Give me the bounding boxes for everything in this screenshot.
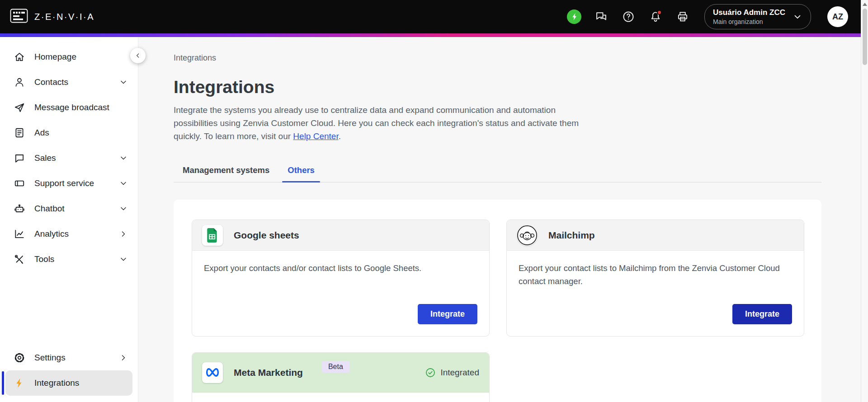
sidebar-item-label: Sales bbox=[34, 153, 56, 163]
card-footer: Integrate bbox=[507, 304, 804, 336]
person-icon bbox=[14, 76, 25, 88]
sidebar-item-tools[interactable]: Tools bbox=[5, 247, 132, 272]
card-google-sheets: Google sheets Export your contacts and/o… bbox=[192, 220, 490, 337]
sidebar-item-label: Contacts bbox=[34, 77, 68, 87]
chevron-right-icon bbox=[119, 353, 128, 362]
paper-plane-icon bbox=[14, 102, 25, 113]
notifications-button[interactable] bbox=[646, 8, 665, 26]
sidebar-item-contacts[interactable]: Contacts bbox=[5, 70, 132, 95]
integrate-mailchimp-button[interactable]: Integrate bbox=[732, 304, 792, 324]
card-title: Meta Marketing bbox=[234, 367, 303, 378]
sidebar-item-label: Chatbot bbox=[34, 204, 65, 214]
sidebar-item-label: Integrations bbox=[34, 378, 79, 388]
line-chart-icon bbox=[14, 228, 25, 240]
card-header: Mailchimp bbox=[507, 220, 804, 251]
help-center-link[interactable]: Help Center bbox=[293, 131, 338, 141]
tools-icon bbox=[14, 253, 25, 265]
status-lightning-icon bbox=[567, 9, 581, 24]
organization-text: Usuário Admin ZCC Main organization bbox=[713, 8, 785, 25]
sidebar-item-sales[interactable]: Sales bbox=[5, 145, 132, 171]
cards-grid: Google sheets Export your contacts and/o… bbox=[192, 220, 803, 402]
sidebar-item-label: Support service bbox=[34, 178, 94, 188]
printer-icon bbox=[676, 10, 689, 23]
brand-wordmark: Z·E·N·V·I·A bbox=[34, 12, 94, 22]
lightning-icon bbox=[14, 377, 25, 389]
integrations-panel: Google sheets Export your contacts and/o… bbox=[174, 200, 821, 402]
integration-status: Integrated bbox=[425, 367, 479, 378]
card-mailchimp: Mailchimp Export your contact lists to M… bbox=[506, 220, 804, 337]
sidebar-item-label: Analytics bbox=[34, 229, 69, 239]
sidebar-collapse-button[interactable] bbox=[130, 48, 146, 63]
sidebar-item-homepage[interactable]: Homepage bbox=[5, 44, 132, 70]
sidebar-bottom-group: Settings Integrations bbox=[5, 345, 132, 396]
tab-bar: Management systems Others bbox=[174, 165, 821, 182]
card-title: Google sheets bbox=[234, 230, 299, 241]
sidebar-item-integrations[interactable]: Integrations bbox=[5, 370, 132, 396]
sidebar-item-message-broadcast[interactable]: Message broadcast bbox=[5, 95, 132, 120]
chevron-left-icon bbox=[134, 52, 142, 59]
notification-badge bbox=[657, 10, 662, 15]
card-description: Connecting with Meta Marketing in Zenvia… bbox=[192, 393, 489, 402]
status-label: Integrated bbox=[440, 368, 479, 378]
sidebar-item-chatbot[interactable]: Chatbot bbox=[5, 196, 132, 221]
mailchimp-logo-icon bbox=[517, 225, 538, 246]
document-icon bbox=[14, 127, 25, 139]
chevron-down-icon bbox=[119, 78, 128, 87]
sidebar-item-label: Tools bbox=[34, 254, 54, 264]
sidebar-item-label: Settings bbox=[34, 353, 66, 363]
organization-selector[interactable]: Usuário Admin ZCC Main organization bbox=[704, 4, 811, 29]
breadcrumb[interactable]: Integrations bbox=[174, 53, 821, 63]
description-text: Integrate the systems you already use to… bbox=[174, 105, 579, 141]
card-header: Google sheets bbox=[192, 220, 489, 251]
sidebar-item-ads[interactable]: Ads bbox=[5, 120, 132, 145]
organization-subtitle: Main organization bbox=[713, 18, 785, 25]
check-circle-icon bbox=[425, 367, 436, 378]
chevron-down-icon bbox=[119, 255, 128, 264]
sidebar-item-label: Homepage bbox=[34, 52, 76, 62]
sidebar-item-support-service[interactable]: Support service bbox=[5, 171, 132, 196]
sidebar-item-settings[interactable]: Settings bbox=[5, 345, 132, 370]
page-title: Integrations bbox=[174, 77, 821, 97]
status-button[interactable] bbox=[565, 8, 583, 26]
home-icon bbox=[14, 51, 25, 63]
sidebar-item-analytics[interactable]: Analytics bbox=[5, 221, 132, 247]
card-description: Export your contacts and/or contact list… bbox=[192, 251, 489, 275]
scrollbar-thumb[interactable] bbox=[863, 9, 867, 65]
conversations-icon bbox=[595, 10, 608, 23]
main-content: Integrations Integrations Integrate the … bbox=[138, 37, 868, 402]
ticket-icon bbox=[14, 178, 25, 189]
topbar-actions: Usuário Admin ZCC Main organization AZ bbox=[565, 4, 848, 29]
google-sheets-icon bbox=[202, 225, 223, 246]
sidebar-item-label: Ads bbox=[34, 128, 49, 138]
organization-name: Usuário Admin ZCC bbox=[713, 8, 785, 17]
chevron-down-icon bbox=[119, 204, 128, 213]
chevron-down-icon bbox=[793, 12, 802, 22]
sidebar: Homepage Contacts Message broadcast Ads … bbox=[0, 37, 138, 402]
integrate-google-sheets-button[interactable]: Integrate bbox=[418, 304, 477, 324]
printer-button[interactable] bbox=[674, 8, 692, 26]
chevron-down-icon bbox=[119, 179, 128, 188]
zenvia-logo-icon bbox=[10, 9, 28, 25]
chevron-down-icon bbox=[119, 154, 128, 163]
page-scrollbar[interactable] bbox=[861, 0, 868, 402]
chat-bubble-icon bbox=[14, 152, 25, 164]
sidebar-item-label: Message broadcast bbox=[34, 103, 109, 112]
help-button[interactable] bbox=[619, 8, 637, 26]
meta-logo-icon bbox=[202, 362, 223, 383]
gear-icon bbox=[14, 352, 25, 364]
accent-gradient-bar bbox=[0, 33, 868, 37]
brand[interactable]: Z·E·N·V·I·A bbox=[10, 9, 94, 25]
card-description: Export your contact lists to Mailchimp f… bbox=[507, 251, 804, 288]
help-icon bbox=[622, 10, 635, 23]
robot-icon bbox=[14, 203, 25, 215]
avatar[interactable]: AZ bbox=[827, 6, 848, 27]
conversations-button[interactable] bbox=[592, 8, 610, 26]
beta-badge: Beta bbox=[322, 361, 349, 373]
description-period: . bbox=[339, 131, 341, 141]
page-description: Integrate the systems you already use to… bbox=[174, 103, 584, 143]
scrollbar-up-arrow-icon[interactable] bbox=[863, 3, 867, 6]
card-meta-marketing: Meta Marketing Beta Integrated Connectin… bbox=[192, 352, 490, 402]
tab-others[interactable]: Others bbox=[278, 165, 324, 182]
topbar: Z·E·N·V·I·A bbox=[0, 0, 868, 33]
tab-management-systems[interactable]: Management systems bbox=[174, 165, 278, 182]
